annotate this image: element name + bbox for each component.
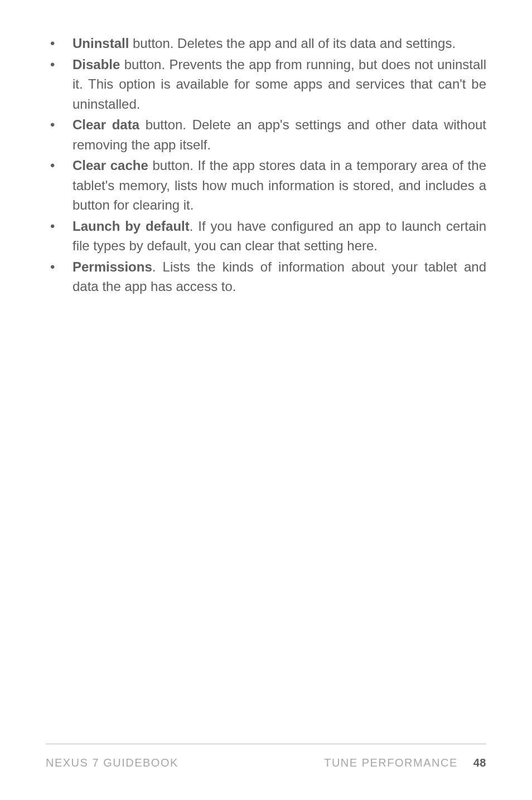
page-footer: NEXUS 7 GUIDEBOOK TUNE PERFORMANCE 48 (46, 744, 486, 769)
list-item-text: button. Prevents the app from running, b… (72, 57, 486, 111)
list-item: Uninstall button. Deletes the app and al… (72, 33, 486, 54)
document-page: Uninstall button. Deletes the app and al… (0, 0, 532, 800)
list-item: Disable button. Prevents the app from ru… (72, 55, 486, 114)
list-item-term: Clear cache (72, 158, 148, 173)
bullet-list: Uninstall button. Deletes the app and al… (46, 33, 486, 297)
footer-book-title: NEXUS 7 GUIDEBOOK (46, 757, 178, 769)
list-item-term: Clear data (72, 117, 139, 132)
list-item: Launch by default. If you have configure… (72, 216, 486, 256)
list-item-term: Launch by default (72, 219, 190, 234)
footer-right: TUNE PERFORMANCE 48 (324, 757, 486, 769)
list-item-term: Permissions (72, 259, 152, 274)
list-item-term: Uninstall (72, 36, 129, 51)
list-item: Clear cache button. If the app stores da… (72, 156, 486, 215)
page-content: Uninstall button. Deletes the app and al… (46, 33, 486, 297)
list-item: Permissions. Lists the kinds of informat… (72, 257, 486, 297)
list-item: Clear data button. Delete an app's setti… (72, 115, 486, 154)
list-item-text: button. Deletes the app and all of its d… (129, 36, 456, 51)
footer-section: TUNE PERFORMANCE (324, 757, 458, 769)
list-item-term: Disable (72, 57, 120, 72)
footer-page-number: 48 (473, 757, 486, 769)
